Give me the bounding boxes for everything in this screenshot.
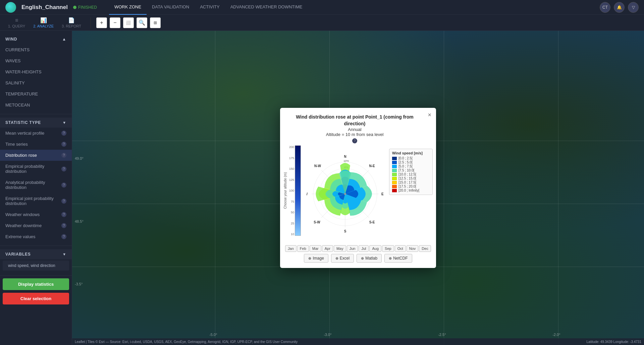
alt-25: 25 bbox=[289, 222, 294, 225]
avatar-menu[interactable]: ▽ bbox=[628, 2, 639, 13]
sidebar-item-mean-vertical-profile[interactable]: Mean vertical profile ? bbox=[0, 128, 72, 139]
mean-vertical-info-icon[interactable]: ? bbox=[61, 131, 66, 136]
month-oct[interactable]: Oct bbox=[395, 245, 406, 252]
analytical-prob-info-icon[interactable]: ? bbox=[61, 183, 66, 188]
extreme-values-info-icon[interactable]: ? bbox=[61, 234, 66, 239]
empirical-joint-info-icon[interactable]: ? bbox=[61, 199, 66, 204]
avatar-user2[interactable]: 🔔 bbox=[614, 2, 625, 13]
sidebar-item-analytical-prob[interactable]: Analytical probability distribution ? bbox=[0, 177, 72, 193]
report-icon: 📄 bbox=[68, 17, 75, 23]
clear-selection-button[interactable]: Clear selection bbox=[3, 293, 69, 304]
app-logo bbox=[5, 2, 16, 13]
nav-advancedweather[interactable]: ADVANCED WEATHER DOWNTIME bbox=[225, 0, 308, 15]
month-nov[interactable]: Nov bbox=[407, 245, 419, 252]
chart-area: Choose your altitude (m) 200 175 150 125… bbox=[280, 145, 436, 243]
legend-item-2: [5.0 ; 7.5[ bbox=[392, 164, 430, 168]
month-jun[interactable]: Jun bbox=[347, 245, 358, 252]
step-analyze[interactable]: 📊 2. ANALYZE bbox=[29, 16, 58, 29]
rose-chart: 10% 8% 6% 4% 2% bbox=[304, 145, 386, 243]
sidebar-item-currents[interactable]: CURRENTS bbox=[0, 44, 72, 55]
legend-item-0: [0.0 ; 2.5[ bbox=[392, 156, 430, 160]
sidebar-item-salinity[interactable]: SALINITY bbox=[0, 77, 72, 88]
sidebar-item-weather-downtime[interactable]: Weather downtime ? bbox=[0, 220, 72, 231]
variables-section: VARIABLES ▼ wind speed, wind direction bbox=[0, 246, 72, 276]
chevron-down-icon: ▽ bbox=[632, 5, 635, 10]
zoom-out-button[interactable]: − bbox=[110, 17, 120, 28]
distribution-rose-info-icon[interactable]: ? bbox=[61, 153, 66, 158]
lat-label-48: -3.5° bbox=[75, 282, 83, 286]
time-series-info-icon[interactable]: ? bbox=[61, 142, 66, 147]
export-image-button[interactable]: ⊕ Image bbox=[304, 254, 328, 263]
legend-color-7 bbox=[392, 185, 397, 188]
wind-collapse-icon[interactable]: ▲ bbox=[62, 37, 66, 42]
export-matlab-button[interactable]: ⊕ Matlab bbox=[357, 254, 382, 263]
nav-datavalidation[interactable]: DATA VALIDATION bbox=[147, 0, 195, 15]
map-coordinates: Latitude: 49.3439 Longitude: -3.4731 bbox=[587, 340, 641, 344]
distribution-rose-label: Distribution rose bbox=[5, 153, 61, 158]
display-statistics-button[interactable]: Display statistics bbox=[3, 278, 69, 290]
export-netcdf-button[interactable]: ⊕ NetCDF bbox=[384, 254, 412, 263]
month-jan[interactable]: Jan bbox=[285, 245, 297, 252]
legend-label-6: [15.0 ; 17.5[ bbox=[398, 181, 416, 184]
month-dec[interactable]: Dec bbox=[419, 245, 431, 252]
svg-text:S-E: S-E bbox=[369, 220, 375, 224]
sidebar-item-temperature[interactable]: TEMPERATURE bbox=[0, 88, 72, 99]
zoom-reset-button[interactable]: ⬜ bbox=[123, 17, 134, 28]
export-excel-button[interactable]: ⊕ Excel bbox=[331, 254, 354, 263]
topbar: English_Channel FINISHED WORK ZONE DATA … bbox=[0, 0, 644, 15]
search-button[interactable]: 🔍 bbox=[137, 17, 147, 28]
lat-label-485: 48.5° bbox=[75, 219, 84, 223]
legend-label-3: [7.5 ; 10.0[ bbox=[398, 168, 414, 172]
sidebar-item-waves[interactable]: WAVES bbox=[0, 55, 72, 66]
sidebar-item-time-series[interactable]: Time series ? bbox=[0, 139, 72, 150]
lon-line-4 bbox=[558, 31, 558, 345]
month-apr[interactable]: Apr bbox=[322, 245, 333, 252]
sidebar-item-empirical-prob[interactable]: Empirical probability distribution ? bbox=[0, 161, 72, 177]
zoom-in-button[interactable]: + bbox=[96, 17, 107, 28]
sidebar-item-weather-windows[interactable]: Weather windows ? bbox=[0, 209, 72, 220]
modal-help-icon[interactable]: ? bbox=[352, 138, 357, 143]
topbar-nav: WORK ZONE DATA VALIDATION ACTIVITY ADVAN… bbox=[109, 0, 308, 15]
nav-activity[interactable]: ACTIVITY bbox=[195, 0, 225, 15]
statistic-type-label: STATISTIC TYPE bbox=[5, 120, 41, 125]
month-jul[interactable]: Jul bbox=[359, 245, 369, 252]
legend-item-7: [17.5 ; 20.0[ bbox=[392, 185, 430, 188]
step-query[interactable]: ≡ 1. QUERY bbox=[4, 16, 29, 29]
weather-windows-info-icon[interactable]: ? bbox=[61, 212, 66, 217]
waterheights-label: WATER-HEIGHTS bbox=[5, 69, 66, 74]
waves-label: WAVES bbox=[5, 58, 66, 63]
altitude-bar[interactable] bbox=[295, 145, 301, 236]
variables-header[interactable]: VARIABLES ▼ bbox=[0, 249, 72, 259]
month-sep[interactable]: Sep bbox=[382, 245, 394, 252]
weather-downtime-info-icon[interactable]: ? bbox=[61, 223, 66, 228]
image-icon: ⊕ bbox=[308, 256, 311, 261]
svg-point-22 bbox=[344, 193, 346, 195]
statistic-type-header[interactable]: STATISTIC TYPE ▼ bbox=[0, 118, 72, 128]
month-may[interactable]: May bbox=[334, 245, 346, 252]
map-attribution: Leaflet | Tiles © Esri — Source: Esri, i… bbox=[75, 340, 298, 344]
sidebar-item-waterheights[interactable]: WATER-HEIGHTS bbox=[0, 66, 72, 77]
svg-text:N-E: N-E bbox=[369, 164, 375, 168]
month-mar[interactable]: Mar bbox=[310, 245, 321, 252]
nav-workzone[interactable]: WORK ZONE bbox=[109, 0, 147, 15]
time-series-label: Time series bbox=[5, 142, 61, 147]
avatar-user1[interactable]: CT bbox=[600, 2, 610, 13]
altitude-axis-label: Choose your altitude (m) bbox=[283, 172, 287, 209]
layers-button[interactable]: ⊞ bbox=[150, 17, 161, 28]
month-feb[interactable]: Feb bbox=[297, 245, 309, 252]
app-title: English_Channel bbox=[21, 4, 68, 11]
sidebar-item-empirical-joint[interactable]: Empirical joint probability distribution… bbox=[0, 193, 72, 209]
netcdf-icon: ⊕ bbox=[389, 256, 392, 261]
map-area[interactable]: 49.0° 48.5° -3.5° -5.0° -3.0° -2.5° -2.0… bbox=[72, 31, 644, 345]
svg-text:S-W: S-W bbox=[314, 220, 320, 224]
sidebar-item-distribution-rose[interactable]: Distribution rose ? bbox=[0, 150, 72, 161]
month-aug[interactable]: Aug bbox=[369, 245, 381, 252]
legend-item-3: [7.5 ; 10.0[ bbox=[392, 168, 430, 172]
app-status: FINISHED bbox=[73, 5, 97, 10]
sidebar-item-metocean[interactable]: METOCEAN bbox=[0, 99, 72, 111]
empirical-prob-info-icon[interactable]: ? bbox=[61, 166, 66, 171]
sidebar-item-extreme-values[interactable]: Extreme values ? bbox=[0, 231, 72, 242]
modal-close-button[interactable]: × bbox=[428, 112, 431, 118]
step-report[interactable]: 📄 3. REPORT bbox=[58, 16, 85, 29]
lon-label-neg2: -2.0° bbox=[552, 333, 560, 337]
